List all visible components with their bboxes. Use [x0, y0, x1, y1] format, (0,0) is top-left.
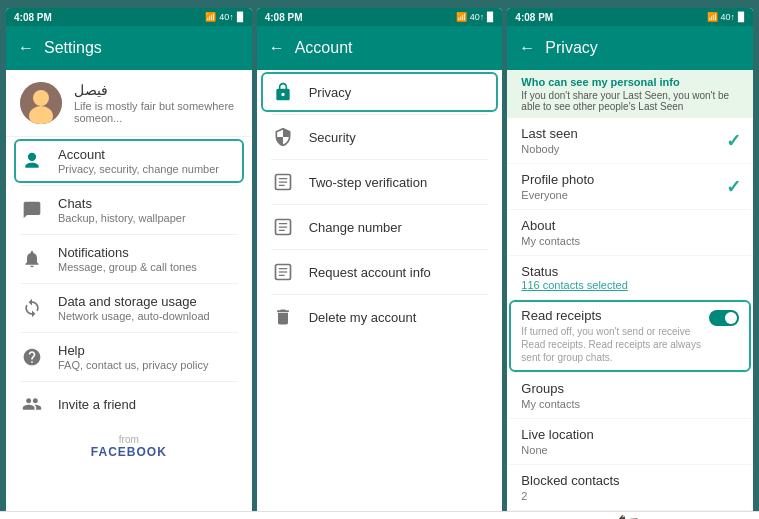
data-label: Data and storage usage — [58, 294, 210, 309]
lastseen-check: ✓ — [726, 130, 741, 152]
privacy-header: ← Privacy — [507, 26, 753, 70]
lastseen-title: Last seen — [521, 126, 739, 141]
menu-item-twostep[interactable]: Two-step verification — [257, 160, 503, 204]
invite-text: Invite a friend — [58, 397, 136, 412]
requestinfo-label: Request account info — [309, 265, 431, 280]
status-value: 116 contacts selected — [521, 279, 739, 291]
account-status-icons: 📶 40↑ ▉ — [456, 12, 495, 22]
readreceipts-title: Read receipts — [521, 308, 709, 323]
menu-item-deleteaccount[interactable]: Delete my account — [257, 295, 503, 339]
notifications-sublabel: Message, group & call tones — [58, 261, 197, 273]
signal-text: 40↑ — [219, 12, 234, 22]
profile-status: Life is mostly fair but somewhere someon… — [74, 100, 238, 124]
privacy-item-groups[interactable]: Groups My contacts — [507, 373, 753, 419]
security-label: Security — [309, 130, 356, 145]
twostep-text: Two-step verification — [309, 175, 428, 190]
help-label: Help — [58, 343, 208, 358]
help-text: Help FAQ, contact us, privacy policy — [58, 343, 208, 371]
privacy-content: Who can see my personal info If you don'… — [507, 70, 753, 511]
battery-icon3: ▉ — [738, 12, 745, 22]
battery-icon: ▉ — [237, 12, 244, 22]
account-time: 4:08 PM — [265, 12, 303, 23]
menu-item-help[interactable]: Help FAQ, contact us, privacy policy — [6, 333, 252, 381]
privacy-item-status[interactable]: Status 116 contacts selected — [507, 256, 753, 300]
settings-back-button[interactable]: ← — [18, 39, 34, 57]
account-label: Account — [58, 147, 219, 162]
blockedcontacts-title: Blocked contacts — [521, 473, 739, 488]
privacy-text: Privacy — [309, 85, 352, 100]
changenumber-text: Change number — [309, 220, 402, 235]
avatar — [20, 82, 62, 124]
profile-name: فيصل — [74, 82, 238, 98]
menu-item-requestinfo[interactable]: Request account info — [257, 250, 503, 294]
menu-item-chats[interactable]: Chats Backup, history, wallpaper — [6, 186, 252, 234]
menu-item-account[interactable]: Account Privacy, security, change number — [6, 137, 252, 185]
account-status-bar: 4:08 PM 📶 40↑ ▉ — [257, 8, 503, 26]
signal-icon: 📶 — [205, 12, 216, 22]
privacy-item-readreceipts[interactable]: Read receipts If turned off, you won't s… — [507, 300, 753, 373]
menu-item-changenumber[interactable]: Change number — [257, 205, 503, 249]
privacy-item-livelocation[interactable]: Live location None — [507, 419, 753, 465]
svg-point-1 — [33, 90, 49, 106]
twostep-label: Two-step verification — [309, 175, 428, 190]
twostep-icon — [271, 170, 295, 194]
privacy-section-header: Who can see my personal info If you don'… — [507, 70, 753, 118]
privacy-panel: 4:08 PM 📶 40↑ ▉ ← Privacy Who can see my… — [507, 8, 753, 511]
notifications-text: Notifications Message, group & call tone… — [58, 245, 197, 273]
data-icon — [20, 296, 44, 320]
privacy-title: Privacy — [545, 39, 597, 57]
privacy-highlight — [261, 72, 499, 112]
security-icon — [271, 125, 295, 149]
privacy-item-about[interactable]: About My contacts — [507, 210, 753, 256]
changenumber-label: Change number — [309, 220, 402, 235]
help-sublabel: FAQ, contact us, privacy policy — [58, 359, 208, 371]
menu-item-security[interactable]: Security — [257, 115, 503, 159]
account-back-button[interactable]: ← — [269, 39, 285, 57]
settings-panel: 4:08 PM 📶 40↑ ▉ ← Settings — [6, 8, 252, 511]
settings-header: ← Settings — [6, 26, 252, 70]
section-title: Who can see my personal info — [521, 76, 739, 88]
settings-title: Settings — [44, 39, 102, 57]
privacy-status-icons: 📶 40↑ ▉ — [707, 12, 746, 22]
menu-item-data[interactable]: Data and storage usage Network usage, au… — [6, 284, 252, 332]
settings-status-bar: 4:08 PM 📶 40↑ ▉ — [6, 8, 252, 26]
battery-icon2: ▉ — [487, 12, 494, 22]
status-title: Status — [521, 264, 739, 279]
about-title: About — [521, 218, 739, 233]
groups-value: My contacts — [521, 398, 739, 410]
chats-label: Chats — [58, 196, 186, 211]
chats-sublabel: Backup, history, wallpaper — [58, 212, 186, 224]
signal-text3: 40↑ — [721, 12, 736, 22]
groups-title: Groups — [521, 381, 739, 396]
blockedcontacts-value: 2 — [521, 490, 739, 502]
privacy-item-blockedcontacts[interactable]: Blocked contacts 2 — [507, 465, 753, 511]
help-icon — [20, 345, 44, 369]
profilephoto-value: Everyone — [521, 189, 739, 201]
livelocation-value: None — [521, 444, 739, 456]
menu-item-notifications[interactable]: Notifications Message, group & call tone… — [6, 235, 252, 283]
menu-item-privacy[interactable]: Privacy — [257, 70, 503, 114]
menu-item-invite[interactable]: Invite a friend — [6, 382, 252, 426]
from-facebook: from FACEBOOK — [6, 426, 252, 467]
signal-text2: 40↑ — [470, 12, 485, 22]
profilephoto-check: ✓ — [726, 176, 741, 198]
requestinfo-icon — [271, 260, 295, 284]
readreceipts-container: Read receipts If turned off, you won't s… — [521, 308, 739, 364]
signal-icon3: 📶 — [707, 12, 718, 22]
livelocation-title: Live location — [521, 427, 739, 442]
settings-content: فيصل Life is mostly fair but somewhere s… — [6, 70, 252, 511]
privacy-item-lastseen[interactable]: Last seen Nobody ✓ — [507, 118, 753, 164]
privacy-time: 4:08 PM — [515, 12, 553, 23]
changenumber-icon — [271, 215, 295, 239]
security-text: Security — [309, 130, 356, 145]
profile-section[interactable]: فيصل Life is mostly fair but somewhere s… — [6, 70, 252, 137]
account-text: Account Privacy, security, change number — [58, 147, 219, 175]
data-text: Data and storage usage Network usage, au… — [58, 294, 210, 322]
privacy-item-profilephoto[interactable]: Profile photo Everyone ✓ — [507, 164, 753, 210]
about-value: My contacts — [521, 235, 739, 247]
privacy-back-button[interactable]: ← — [519, 39, 535, 57]
settings-status-icons: 📶 40↑ ▉ — [205, 12, 244, 22]
watermark-logo: 🦅 The Indian EXPRESS — [617, 514, 749, 520]
readreceipts-toggle[interactable] — [709, 310, 739, 326]
eagle-icon: 🦅 — [617, 514, 639, 520]
